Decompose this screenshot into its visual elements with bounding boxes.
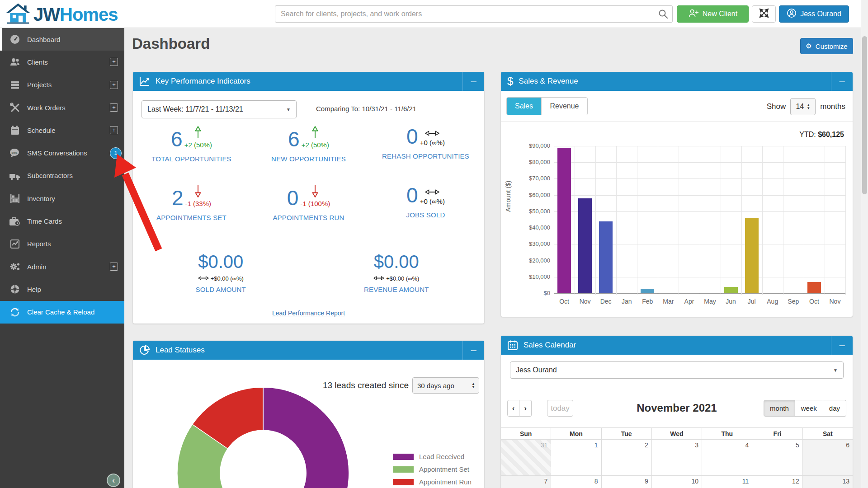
- page-scrollbar[interactable]: [861, 0, 868, 488]
- day-number: 6: [846, 441, 849, 449]
- bar-oct-12: [807, 282, 821, 293]
- sidebar-item-reports[interactable]: Reports: [0, 233, 124, 255]
- gridline: [637, 146, 637, 295]
- x-axis-tick-label: Jan: [616, 298, 637, 305]
- sidebar-collapse-button[interactable]: ‹: [107, 474, 120, 487]
- sidebar-item-label: Dashboard: [27, 36, 60, 43]
- calendar-day-4[interactable]: 4: [702, 440, 752, 475]
- day-number: 12: [792, 478, 799, 485]
- sidebar-item-work-orders[interactable]: Work Orders+: [0, 96, 124, 119]
- sidebar-item-clients[interactable]: Clients+: [0, 51, 124, 73]
- calendar-person-select[interactable]: Jess Ourand ▼: [510, 361, 844, 379]
- calendar-view-month[interactable]: month: [764, 400, 795, 417]
- sidebar-item-inventory[interactable]: Inventory: [0, 187, 124, 210]
- sidebar-item-time-cards[interactable]: Time Cards: [0, 210, 124, 232]
- calendar-day-9[interactable]: 9: [601, 476, 651, 488]
- calendar-panel-title: Sales Calendar: [524, 341, 576, 350]
- expand-plus-icon[interactable]: +: [110, 58, 118, 66]
- kpi-label: APPOINTMENTS SET: [156, 214, 226, 221]
- sidebar-item-clear-cache-reload[interactable]: Clear Cache & Reload: [0, 301, 124, 324]
- sales-calendar-panel: Sales Calendar – Jess Ourand ▼ ‹ › today…: [501, 336, 853, 488]
- sidebar-item-label: Time Cards: [27, 217, 62, 225]
- calendar-day-13[interactable]: 13: [802, 476, 853, 488]
- kpi-card-revenue-amount: $0.00+$0.00 (∞%)REVENUE AMOUNT: [309, 253, 485, 293]
- fullscreen-toggle-button[interactable]: [752, 5, 776, 23]
- calendar-person-value: Jess Ourand: [516, 366, 557, 374]
- day-number: 31: [541, 441, 548, 449]
- x-axis-tick-label: Jun: [721, 298, 741, 305]
- kpi-card-total-opportunities: 6+2 (50%)TOTAL OPPORTUNITIES: [133, 126, 250, 163]
- sidebar-item-subcontractors[interactable]: Subcontractors: [0, 164, 124, 187]
- day-number: 1: [594, 441, 598, 449]
- kpi-row-1: 6+2 (50%)TOTAL OPPORTUNITIES6+2 (50%)NEW…: [133, 126, 484, 163]
- gridline: [700, 146, 700, 295]
- day-number: 2: [645, 441, 648, 449]
- calendar-panel-header: Sales Calendar –: [501, 336, 853, 355]
- expand-plus-icon[interactable]: +: [110, 81, 118, 89]
- calendar-day-2[interactable]: 2: [601, 440, 651, 475]
- chart-line-icon: [139, 76, 150, 86]
- y-axis-tick-label: $50,000: [519, 208, 550, 215]
- sidebar-item-schedule[interactable]: Schedule+: [0, 119, 124, 141]
- kpi-delta: +2 (50%): [184, 141, 212, 150]
- sidebar-item-admin[interactable]: Admin+: [0, 255, 124, 278]
- calendar-icon: [507, 340, 518, 351]
- search-icon[interactable]: [658, 9, 668, 21]
- calendar-day-31[interactable]: 31: [501, 440, 551, 475]
- sidebar-item-dashboard[interactable]: Dashboard: [0, 28, 124, 51]
- sidebar-item-projects[interactable]: Projects+: [0, 74, 124, 96]
- day-header-mon: Mon: [551, 428, 601, 439]
- expand-plus-icon[interactable]: +: [110, 263, 118, 271]
- calendar-day-11[interactable]: 11: [702, 476, 752, 488]
- calendar-day-12[interactable]: 12: [752, 476, 802, 488]
- scrollbar-thumb[interactable]: [862, 36, 867, 194]
- kpi-row-2: 2-1 (33%)APPOINTMENTS SET0-1 (100%)APPOI…: [133, 185, 484, 221]
- lead-performance-report-link[interactable]: Lead Performance Report: [272, 310, 345, 317]
- x-axis-tick-label: May: [700, 298, 721, 305]
- time-cards-icon: [9, 216, 21, 227]
- calendar-day-8[interactable]: 8: [551, 476, 601, 488]
- calendar-day-1[interactable]: 1: [551, 440, 601, 475]
- leads-range-select[interactable]: 30 days ago ▲▼: [412, 377, 479, 394]
- kpi-period-select[interactable]: Last Week: 11/7/21 - 11/13/21 ▼: [142, 100, 297, 118]
- bar-jun-8: [724, 287, 738, 293]
- kpi-card-jobs-sold: 0+0 (∞%)JOBS SOLD: [367, 185, 484, 221]
- app-logo[interactable]: JWHomes: [5, 3, 118, 26]
- sidebar-item-label: Help: [27, 286, 41, 293]
- kpi-label: APPOINTMENTS RUN: [273, 214, 344, 221]
- calendar-day-10[interactable]: 10: [651, 476, 702, 488]
- calendar-view-week[interactable]: week: [795, 400, 823, 417]
- calendar-day-6[interactable]: 6: [802, 440, 853, 475]
- calendar-day-3[interactable]: 3: [651, 440, 702, 475]
- x-axis-tick-label: Oct: [554, 298, 575, 305]
- house-logo-icon: [5, 3, 31, 26]
- calendar-week-1: 31123456: [501, 440, 853, 476]
- x-axis-tick-label: Nov: [825, 298, 845, 305]
- sidebar-item-sms-conversations[interactable]: SMSSMS Conversations1: [0, 141, 124, 164]
- calendar-view-day[interactable]: day: [823, 400, 846, 417]
- new-client-button[interactable]: New Client: [677, 5, 749, 23]
- help-icon: [9, 283, 21, 295]
- user-menu-button[interactable]: Jess Ourand: [779, 5, 849, 23]
- x-axis-tick-label: Mar: [658, 298, 679, 305]
- x-axis-tick-label: Dec: [595, 298, 616, 305]
- trend-up-icon: [312, 126, 318, 141]
- kpi-collapse-button[interactable]: –: [462, 72, 484, 91]
- customize-button[interactable]: ⚙ Customize: [800, 38, 853, 54]
- legend-item-lead-received: Lead Received: [393, 453, 464, 460]
- logo-text-primary: JW: [33, 5, 60, 24]
- calendar-day-5[interactable]: 5: [752, 440, 802, 475]
- expand-plus-icon[interactable]: +: [110, 103, 118, 112]
- day-number: 5: [796, 441, 799, 449]
- kpi-value: 0: [406, 126, 418, 147]
- leads-range-value: 30 days ago: [417, 382, 454, 389]
- kpi-delta: +0 (∞%): [420, 138, 445, 147]
- sidebar-item-help[interactable]: Help: [0, 278, 124, 300]
- leads-panel-header: Lead Statuses –: [133, 341, 484, 360]
- calendar-collapse-button[interactable]: –: [831, 336, 853, 355]
- expand-plus-icon[interactable]: +: [110, 126, 118, 134]
- legend-swatch: [393, 479, 414, 485]
- global-search-input[interactable]: [275, 5, 673, 23]
- calendar-day-7[interactable]: 7: [501, 476, 551, 488]
- leads-collapse-button[interactable]: –: [462, 341, 484, 360]
